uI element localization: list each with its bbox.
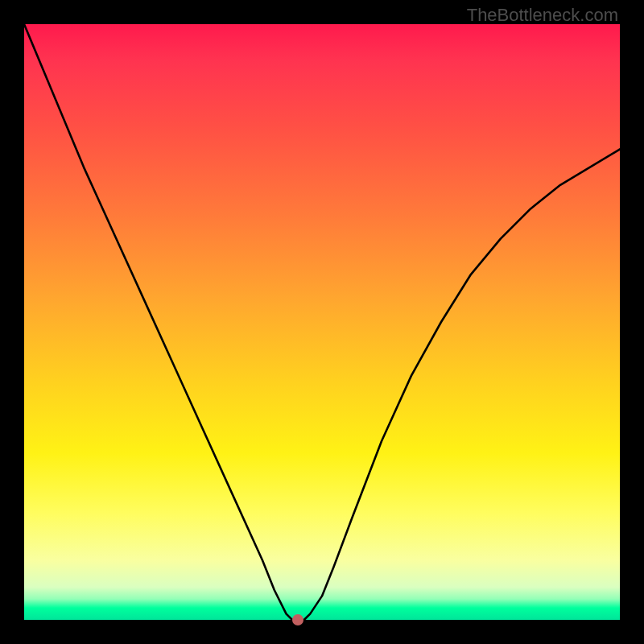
curve-svg xyxy=(24,24,620,620)
plot-area xyxy=(24,24,620,620)
bottleneck-chart: TheBottleneck.com xyxy=(0,0,644,644)
bottleneck-curve-path xyxy=(24,24,620,620)
watermark-text: TheBottleneck.com xyxy=(467,5,618,26)
optimal-point-marker xyxy=(292,614,303,625)
